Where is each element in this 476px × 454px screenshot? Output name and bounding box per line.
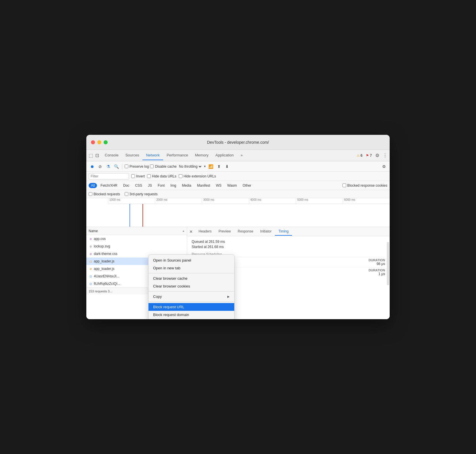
type-media-btn[interactable]: Media [180, 183, 194, 188]
type-manifest-btn[interactable]: Manifest [195, 183, 212, 188]
tab-icons: ⬚ ⊡ [89, 153, 99, 158]
menu-copy[interactable]: Copy ▶ [148, 293, 234, 300]
menu-open-sources[interactable]: Open in Sources panel [148, 256, 234, 264]
type-js-btn[interactable]: JS [146, 183, 154, 188]
filter-input[interactable] [89, 173, 129, 179]
separator-1 [122, 164, 122, 169]
throttle-select[interactable]: No throttling [178, 164, 202, 169]
menu-open-new-tab-label: Open in new tab [153, 266, 180, 270]
wifi-icon[interactable]: 📶 [207, 163, 214, 170]
timeline: 1000 ms 2000 ms 3000 ms 4000 ms 5000 ms … [86, 198, 390, 227]
tab-application[interactable]: Application [212, 151, 237, 160]
blocked-bar: Blocked requests 3rd-party requests [86, 190, 390, 198]
titlebar: DevTools - developer.chrome.com/ [86, 135, 390, 150]
disable-cache-checkbox[interactable] [150, 164, 154, 168]
blocked-cookies-label[interactable]: Blocked response cookies [342, 184, 387, 188]
devtools-body: ⬚ ⊡ Console Sources Network Performance … [86, 150, 390, 319]
browser-window: DevTools - developer.chrome.com/ ⬚ ⊡ Con… [86, 135, 390, 319]
menu-clear-cache[interactable]: Clear browser cache [148, 275, 234, 282]
menu-copy-label: Copy [153, 294, 162, 299]
type-wasm-btn[interactable]: Wasm [225, 183, 239, 188]
separator-1 [148, 273, 234, 273]
tab-memory[interactable]: Memory [192, 151, 212, 160]
type-css-btn[interactable]: CSS [133, 183, 144, 188]
type-other-btn[interactable]: Other [240, 183, 254, 188]
invert-text: Invert [136, 174, 145, 178]
tab-console[interactable]: Console [101, 151, 122, 160]
tab-bar: ⬚ ⊡ Console Sources Network Performance … [86, 150, 390, 161]
menu-block-url-label: Block request URL [153, 305, 184, 309]
ruler-mark-5: 5000 ms [296, 198, 343, 204]
error-flag-icon: ⚑ [366, 154, 369, 158]
toolbar: ⏺ ⊘ ⚗ 🔍 Preserve log Disable cache No th… [86, 161, 390, 172]
menu-clear-cookies[interactable]: Clear browser cookies [148, 282, 234, 290]
tab-more[interactable]: » [237, 151, 246, 160]
hide-data-urls-label[interactable]: Hide data URLs [147, 174, 176, 178]
disable-cache-text: Disable cache [155, 164, 176, 169]
tab-performance[interactable]: Performance [163, 151, 191, 160]
third-party-checkbox[interactable] [125, 192, 128, 196]
menu-open-sources-label: Open in Sources panel [153, 258, 191, 262]
filter-icon[interactable]: ⚗ [105, 163, 112, 170]
error-count: 7 [370, 154, 372, 158]
error-badge: ⚑ 7 [366, 154, 372, 158]
type-img-btn[interactable]: Img [168, 183, 178, 188]
warning-icon: ⚠ [357, 154, 360, 158]
warning-count: 6 [361, 154, 363, 158]
hide-extension-urls-label[interactable]: Hide extension URLs [179, 174, 216, 178]
tab-sources[interactable]: Sources [122, 151, 143, 160]
tab-network[interactable]: Network [142, 151, 163, 160]
blocked-requests-checkbox[interactable] [89, 192, 92, 196]
type-font-btn[interactable]: Font [155, 183, 167, 188]
blocked-cookies-text: Blocked response cookies [347, 184, 387, 188]
hide-data-urls-checkbox[interactable] [147, 174, 151, 178]
inspect-icon[interactable]: ⬚ [89, 153, 93, 158]
upload-icon[interactable]: ⬆ [216, 163, 222, 170]
menu-open-new-tab[interactable]: Open in new tab [148, 264, 234, 272]
third-party-label[interactable]: 3rd-party requests [125, 192, 157, 196]
timeline-line-red [142, 204, 143, 227]
disable-cache-label[interactable]: Disable cache [150, 164, 176, 169]
network-settings-icon[interactable]: ⚙ [380, 163, 387, 170]
settings-icon[interactable]: ⚙ [375, 153, 379, 158]
traffic-lights [91, 140, 108, 144]
third-party-text: 3rd-party requests [130, 192, 157, 196]
clear-button[interactable]: ⊘ [97, 163, 104, 170]
preserve-log-checkbox[interactable] [125, 164, 128, 168]
minimize-button[interactable] [97, 140, 101, 144]
maximize-button[interactable] [104, 140, 108, 144]
hide-extension-urls-checkbox[interactable] [179, 174, 182, 178]
menu-block-domain[interactable]: Block request domain [148, 311, 234, 319]
close-button[interactable] [91, 140, 95, 144]
type-ws-btn[interactable]: WS [214, 183, 224, 188]
menu-clear-cookies-label: Clear browser cookies [153, 284, 190, 288]
preserve-log-label[interactable]: Preserve log [125, 164, 149, 169]
type-doc-btn[interactable]: Doc [121, 183, 132, 188]
tab-more-actions: ⚠ 6 ⚑ 7 ⚙ ⋮ [357, 153, 387, 158]
type-all-btn[interactable]: All [89, 183, 97, 188]
filter-bar: Invert Hide data URLs Hide extension URL… [86, 172, 390, 181]
menu-clear-cache-label: Clear browser cache [153, 276, 187, 281]
invert-label[interactable]: Invert [131, 174, 145, 178]
search-button[interactable]: 🔍 [113, 163, 120, 170]
timeline-ruler: 1000 ms 2000 ms 3000 ms 4000 ms 5000 ms … [108, 198, 390, 204]
timeline-line-blue [130, 204, 130, 227]
ruler-mark-3: 3000 ms [202, 198, 249, 204]
warning-badge: ⚠ 6 [357, 154, 363, 158]
menu-block-url[interactable]: Block request URL [148, 303, 234, 311]
ruler-mark-6: 6000 ms [343, 198, 390, 204]
record-stop-button[interactable]: ⏺ [89, 163, 96, 170]
type-fetch-btn[interactable]: Fetch/XHR [98, 183, 120, 188]
blocked-cookies-checkbox[interactable] [342, 184, 346, 187]
copy-arrow-icon: ▶ [227, 295, 230, 298]
blocked-requests-label[interactable]: Blocked requests [89, 192, 120, 196]
download-icon[interactable]: ⬇ [224, 163, 231, 170]
preserve-log-text: Preserve log [130, 164, 149, 169]
context-menu: Open in Sources panel Open in new tab Cl… [148, 254, 235, 319]
ruler-mark-2: 2000 ms [155, 198, 202, 204]
more-icon[interactable]: ⋮ [383, 153, 387, 158]
separator-2 [148, 291, 234, 292]
ruler-mark-4: 4000 ms [249, 198, 296, 204]
invert-checkbox[interactable] [131, 174, 135, 178]
device-icon[interactable]: ⊡ [95, 153, 99, 158]
